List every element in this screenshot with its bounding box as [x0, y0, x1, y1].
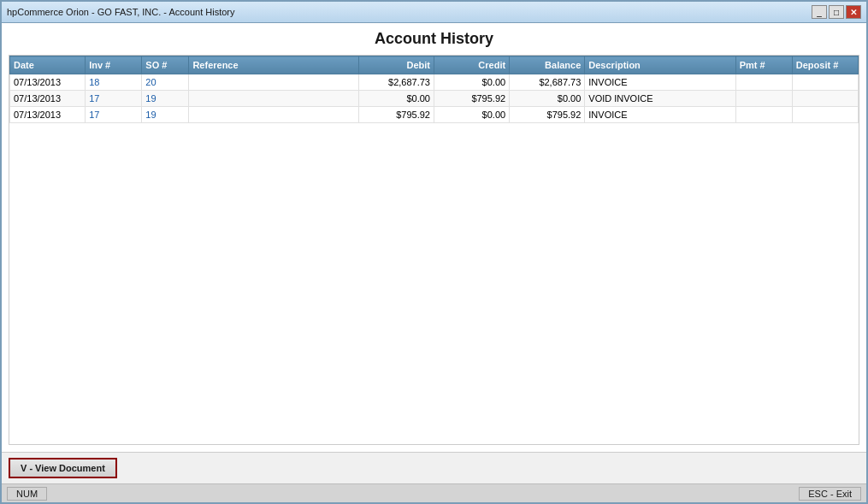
cell-debit: $795.92 — [358, 107, 434, 123]
esc-status: ESC - Exit — [799, 487, 861, 501]
cell-inv[interactable]: 17 — [86, 91, 142, 107]
cell-so[interactable]: 20 — [142, 74, 189, 91]
cell-inv[interactable]: 17 — [86, 107, 142, 123]
col-header-balance: Balance — [510, 56, 585, 74]
cell-deposit — [792, 91, 858, 107]
table-row[interactable]: 07/13/20131719$0.00$795.92$0.00VOID INVO… — [10, 91, 859, 107]
cell-balance: $2,687.73 — [510, 74, 585, 91]
cell-description: INVOICE — [585, 107, 735, 123]
maximize-button[interactable]: □ — [829, 5, 844, 19]
view-document-button[interactable]: V - View Document — [9, 458, 117, 478]
cell-reference — [189, 74, 358, 91]
cell-description: INVOICE — [585, 74, 735, 91]
cell-reference — [189, 107, 358, 123]
cell-date: 07/13/2013 — [10, 107, 86, 123]
status-bar: NUM ESC - Exit — [2, 483, 866, 502]
cell-credit: $0.00 — [434, 74, 509, 91]
cell-pmt — [735, 107, 792, 123]
cell-reference — [189, 91, 358, 107]
cell-date: 07/13/2013 — [10, 74, 86, 91]
cell-credit: $795.92 — [434, 91, 509, 107]
table-row[interactable]: 07/13/20131719$795.92$0.00$795.92INVOICE — [10, 107, 859, 123]
close-button[interactable]: ✕ — [846, 5, 861, 19]
bottom-button-bar: V - View Document — [2, 452, 866, 483]
page-title: Account History — [9, 30, 859, 48]
cell-inv[interactable]: 18 — [86, 74, 142, 91]
table-row[interactable]: 07/13/20131820$2,687.73$0.00$2,687.73INV… — [10, 74, 859, 91]
cell-date: 07/13/2013 — [10, 91, 86, 107]
account-history-table: Date Inv # SO # Reference Debit Credit B… — [9, 56, 859, 123]
title-bar-controls: _ □ ✕ — [812, 5, 861, 19]
col-header-so: SO # — [142, 56, 189, 74]
cell-so[interactable]: 19 — [142, 91, 189, 107]
cell-balance: $0.00 — [510, 91, 585, 107]
window-title: hpCommerce Orion - GO FAST, INC. - Accou… — [7, 7, 235, 17]
col-header-debit: Debit — [358, 56, 434, 74]
cell-deposit — [792, 74, 858, 91]
col-header-pmt: Pmt # — [735, 56, 792, 74]
num-status: NUM — [7, 487, 47, 501]
account-history-table-container: Date Inv # SO # Reference Debit Credit B… — [9, 55, 859, 445]
col-header-deposit: Deposit # — [792, 56, 858, 74]
cell-debit: $0.00 — [358, 91, 434, 107]
main-window: hpCommerce Orion - GO FAST, INC. - Accou… — [0, 0, 868, 504]
cell-deposit — [792, 107, 858, 123]
cell-pmt — [735, 91, 792, 107]
content-area: Account History Date Inv # SO # Referenc… — [2, 23, 866, 452]
title-bar: hpCommerce Orion - GO FAST, INC. - Accou… — [2, 2, 866, 23]
col-header-date: Date — [10, 56, 86, 74]
col-header-description: Description — [585, 56, 735, 74]
cell-debit: $2,687.73 — [358, 74, 434, 91]
cell-credit: $0.00 — [434, 107, 509, 123]
minimize-button[interactable]: _ — [812, 5, 827, 19]
cell-so[interactable]: 19 — [142, 107, 189, 123]
cell-balance: $795.92 — [510, 107, 585, 123]
col-header-inv: Inv # — [86, 56, 142, 74]
col-header-reference: Reference — [189, 56, 358, 74]
col-header-credit: Credit — [434, 56, 509, 74]
cell-pmt — [735, 74, 792, 91]
cell-description: VOID INVOICE — [585, 91, 735, 107]
